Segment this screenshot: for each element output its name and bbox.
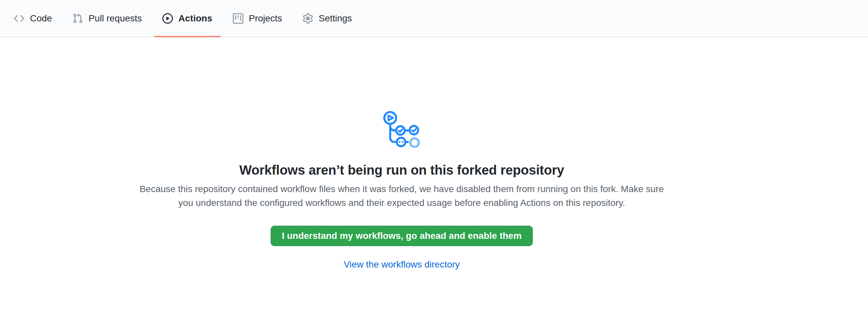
code-icon [14, 13, 24, 24]
tab-code[interactable]: Code [6, 0, 60, 37]
git-pull-request-icon [72, 13, 83, 24]
tab-label-settings: Settings [319, 14, 352, 23]
project-board-icon [233, 13, 243, 24]
project-board-icon [233, 13, 243, 24]
code-icon [14, 13, 24, 24]
tab-label-projects: Projects [249, 14, 282, 23]
tab-projects[interactable]: Projects [224, 0, 290, 37]
play-circle-icon [162, 13, 173, 24]
workflow-graph-icon [383, 111, 420, 148]
git-pull-request-icon [72, 13, 83, 24]
gear-icon [303, 13, 313, 24]
tab-settings[interactable]: Settings [294, 0, 360, 37]
tab-pull-requests[interactable]: Pull requests [64, 0, 150, 37]
enable-workflows-button[interactable]: I understand my workflows, go ahead and … [271, 226, 533, 246]
blankslate-heading: Workflows aren’t being run on this forke… [239, 163, 564, 178]
tab-label-pull-requests: Pull requests [89, 14, 142, 23]
tab-actions[interactable]: Actions [154, 0, 221, 37]
play-circle-icon [162, 13, 173, 24]
tab-label-actions: Actions [179, 14, 212, 23]
blankslate-description: Because this repository contained workfl… [135, 182, 669, 210]
workflows-directory-link[interactable]: View the workflows directory [344, 259, 460, 270]
gear-icon [303, 13, 313, 24]
tab-label-code: Code [30, 14, 52, 23]
actions-blankslate: Workflows aren’t being run on this forke… [0, 37, 868, 270]
repo-tab-nav: Code Pull requests Actions Projects Sett… [0, 0, 868, 37]
